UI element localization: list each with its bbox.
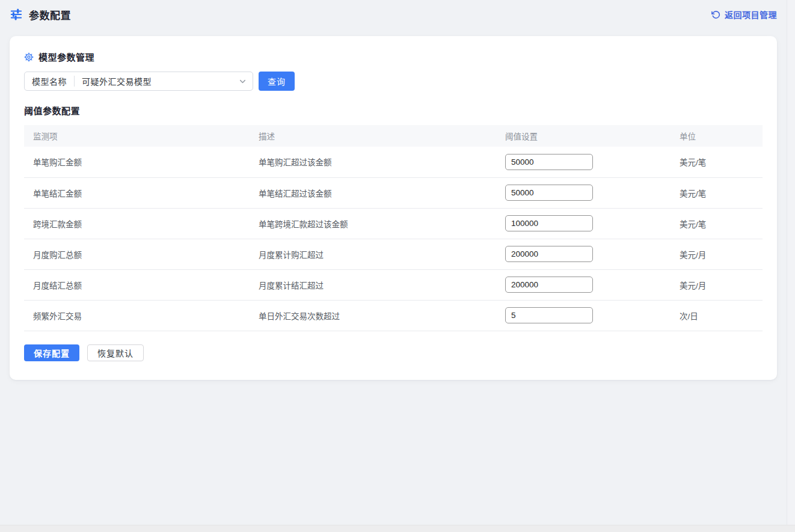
threshold-input[interactable] [505, 185, 593, 201]
select-label: 模型名称 [25, 75, 74, 87]
gear-icon [24, 52, 34, 62]
back-to-project-link[interactable]: 返回项目管理 [711, 8, 777, 20]
sliders-icon [10, 8, 23, 21]
monitor-item-cell: 单笔购汇金额 [24, 147, 259, 177]
threshold-input[interactable] [505, 215, 593, 231]
select-value: 可疑外汇交易模型 [75, 75, 239, 87]
column-header-description: 描述 [259, 125, 505, 147]
table-row: 月度结汇总额 月度累计结汇超过 美元/月 [24, 269, 763, 300]
horizontal-scrollbar-track[interactable] [0, 525, 795, 532]
undo-arrow-icon [711, 10, 720, 19]
threshold-input[interactable] [505, 246, 593, 262]
description-cell: 单笔结汇超过该金额 [259, 177, 505, 208]
threshold-input[interactable] [505, 307, 593, 323]
threshold-cell [505, 300, 680, 331]
table-header-row: 监测项 描述 阈值设置 单位 [24, 125, 763, 147]
unit-cell: 美元/笔 [680, 147, 763, 177]
description-cell: 月度累计购汇超过 [259, 239, 505, 269]
column-header-unit: 单位 [680, 125, 763, 147]
unit-cell: 美元/笔 [680, 208, 763, 239]
vertical-scrollbar-track[interactable] [787, 0, 795, 525]
monitor-item-cell: 跨境汇款金额 [24, 208, 259, 239]
back-link-label: 返回项目管理 [725, 8, 777, 20]
table-row: 月度购汇总额 月度累计购汇超过 美元/月 [24, 239, 763, 269]
top-bar: 参数配置 返回项目管理 [0, 0, 795, 29]
threshold-cell [505, 177, 680, 208]
threshold-cell [505, 269, 680, 300]
description-cell: 单笔跨境汇款超过该金额 [259, 208, 505, 239]
description-cell: 单笔购汇超过该金额 [259, 147, 505, 177]
threshold-input[interactable] [505, 154, 593, 170]
unit-cell: 美元/笔 [680, 177, 763, 208]
threshold-cell [505, 239, 680, 269]
monitor-item-cell: 单笔结汇金额 [24, 177, 259, 208]
table-row: 频繁外汇交易 单日外汇交易次数超过 次/日 [24, 300, 763, 331]
table-row: 跨境汇款金额 单笔跨境汇款超过该金额 美元/笔 [24, 208, 763, 239]
monitor-item-cell: 月度购汇总额 [24, 239, 259, 269]
description-cell: 单日外汇交易次数超过 [259, 300, 505, 331]
table-row: 单笔购汇金额 单笔购汇超过该金额 美元/笔 [24, 147, 763, 177]
column-header-item: 监测项 [24, 125, 259, 147]
page-title: 参数配置 [29, 7, 71, 22]
threshold-cell [505, 208, 680, 239]
unit-cell: 次/日 [680, 300, 763, 331]
threshold-table: 监测项 描述 阈值设置 单位 单笔购汇金额 单笔购汇超过该金额 美元/笔 单笔结… [24, 125, 763, 331]
description-cell: 月度累计结汇超过 [259, 269, 505, 300]
unit-cell: 美元/月 [680, 239, 763, 269]
threshold-input[interactable] [505, 277, 593, 293]
panel-title: 模型参数管理 [38, 50, 94, 63]
table-row: 单笔结汇金额 单笔结汇超过该金额 美元/笔 [24, 177, 763, 208]
threshold-section-title: 阈值参数配置 [24, 104, 763, 117]
threshold-cell [505, 147, 680, 177]
unit-cell: 美元/月 [680, 269, 763, 300]
chevron-down-icon [239, 78, 247, 85]
model-parameter-panel: 模型参数管理 模型名称 可疑外汇交易模型 查询 阈值参数配置 监测项 描述 阈值… [10, 36, 777, 380]
monitor-item-cell: 月度结汇总额 [24, 269, 259, 300]
table-body: 单笔购汇金额 单笔购汇超过该金额 美元/笔 单笔结汇金额 单笔结汇超过该金额 美… [24, 147, 763, 331]
column-header-threshold: 阈值设置 [505, 125, 680, 147]
restore-default-button[interactable]: 恢复默认 [87, 344, 144, 361]
save-config-button[interactable]: 保存配置 [24, 344, 79, 361]
monitor-item-cell: 频繁外汇交易 [24, 300, 259, 331]
model-name-select[interactable]: 模型名称 可疑外汇交易模型 [24, 72, 253, 91]
query-button[interactable]: 查询 [259, 72, 295, 91]
